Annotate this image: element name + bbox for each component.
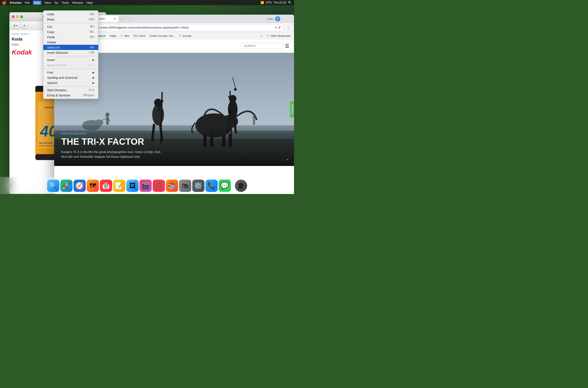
bookmark-veljko[interactable]: Veljko [108,34,118,38]
menu-item-dictation[interactable]: Start Dictation... fn fn [43,87,98,93]
svg-point-52 [234,88,237,91]
menubar-window[interactable]: Window [72,1,83,4]
insert-label: Insert [47,58,55,62]
svg-point-37 [228,100,237,119]
user-avatar[interactable]: V [275,16,280,22]
close-button[interactable] [12,15,15,18]
menu-item-copy[interactable]: Copy ⌘C [43,29,98,34]
maximize-button[interactable] [20,15,23,18]
menubar-help[interactable]: Help [86,1,92,4]
menubar-app-name[interactable]: Preview [10,1,22,4]
svg-rect-46 [106,117,109,125]
bookmark-other[interactable]: 📁 Other Bookmarks [265,34,292,38]
menu-item-select-all[interactable]: Select All ⌘A [43,45,98,50]
copy-label: Copy [47,30,54,34]
folder-icon-3: 📁 [179,34,182,37]
emoji-shortcut: ^⌘Space [82,94,94,97]
folder-icon-4: 📁 [267,34,270,37]
bookmark-ponude[interactable]: 📁 ponude [177,34,193,38]
menubar-view[interactable]: View [45,1,51,4]
svg-text:KODAK: KODAK [45,106,54,109]
menu-item-undo[interactable]: Undo ⌘Z [43,12,98,17]
menu-item-spelling[interactable]: Spelling and Grammar ▶ [43,75,98,80]
undo-label: Undo [47,12,54,16]
feedback-button[interactable]: Feedback [290,101,294,117]
dock-notes[interactable]: 📝 [113,180,125,192]
bookmark-ifc[interactable]: IFC Home [132,34,147,38]
undo-shortcut: ⌘Z [90,12,94,16]
edit-menu-dropdown: Undo ⌘Z Redo ⇧⌘Z Cut ⌘X Copy ⌘C Paste ⌘V… [43,10,98,99]
menubar-edit[interactable]: Edit [33,1,41,5]
address-bar[interactable]: Secure https://www.1843magazine.com/cont… [81,24,284,31]
dock-facetime[interactable]: 📞 [205,180,218,192]
hamburger-menu[interactable]: ☰ [285,43,289,49]
dock-launchpad[interactable]: 🚀 [60,180,72,192]
breadcrumb-home[interactable]: Home / [12,32,20,35]
dock-music[interactable]: 🎵 [153,180,165,192]
bookmark-courses[interactable]: Online Courses. Stu... [148,34,177,38]
menu-item-insert[interactable]: Insert ▶ [43,57,98,62]
menu-item-emoji[interactable]: Emoji & Symbols ^⌘Space [43,93,98,98]
svg-point-45 [105,113,110,117]
chrome-menu-button[interactable]: ⋮ [285,24,292,31]
bookmark-star[interactable]: ★ [275,26,277,29]
url-text: https://www.1843magazine.com/content/fea… [93,26,189,29]
select-all-shortcut: ⌘A [90,46,94,49]
dock-books[interactable]: 📚 [166,180,178,192]
menu-separator-2 [43,56,98,56]
menu-item-find[interactable]: Find ▶ [43,70,98,75]
menu-item-invert-selection[interactable]: Invert Selection ⇧⌘I [43,50,98,55]
hero-description: Kodak's Tri-X is the film the great phot… [61,150,167,159]
dock-maps[interactable]: 🗺 [87,180,99,192]
move-to-trash-shortcut: ⌘⌫ [88,63,94,67]
bookmark-more[interactable]: » [259,34,264,38]
redo-shortcut: ⇧⌘Z [88,18,94,21]
minimize-button[interactable] [16,15,19,18]
status-search-icon[interactable]: 🔍 [288,1,292,4]
dock-photos[interactable]: 🖼 [126,180,138,192]
zoom-button[interactable]: ⊖ [21,23,27,29]
menu-item-cut[interactable]: Cut ⌘X [43,24,98,29]
sidebar-toggle-button[interactable]: ⊞ ▾ [11,23,20,29]
spelling-submenu-arrow: ▶ [92,76,94,79]
dictation-label: Start Dictation... [47,88,69,92]
apple-menu[interactable]: 🍎 [2,0,7,5]
invert-selection-shortcut: ⇧⌘I [89,51,94,54]
menubar-go[interactable]: Go [54,1,58,4]
chrome-tab-new[interactable]: □ [119,16,133,22]
menu-item-delete[interactable]: Delete [43,40,98,45]
dock-systemprefs[interactable]: ⚙️ [192,180,204,192]
menubar-tools[interactable]: Tools [62,1,69,4]
mac-menubar: 🍎 Preview File Edit View Go Tools Window… [0,0,294,5]
cut-shortcut: ⌘X [90,25,94,28]
site-search-input[interactable] [241,43,283,49]
pinterest-icon[interactable]: 𝐏 [279,26,281,29]
dock-movies[interactable]: 🎬 [139,180,152,192]
menu-item-redo[interactable]: Redo ⇧⌘Z [43,17,98,22]
tab-close-button[interactable]: ✕ [113,17,116,21]
dock-messages[interactable]: 💬 [219,180,231,192]
svg-text:TRI-X 400 FILM: TRI-X 400 FILM [39,142,52,144]
menu-item-move-to-trash[interactable]: Move to Trash ⌘⌫ [43,62,98,68]
menu-item-paste[interactable]: Paste ⌘V [43,34,98,40]
bookmark-bibo[interactable]: 📁 bibo [119,34,131,38]
dock-appstore[interactable]: 🛍 [179,180,191,192]
spelling-label: Spelling and Grammar [47,76,78,79]
dock-finder[interactable]: 🔍 [47,180,59,192]
svg-rect-48 [253,119,255,125]
scroll-down-icon[interactable]: ⌄ [286,156,289,161]
menubar-file[interactable]: File [25,1,30,4]
menu-item-speech[interactable]: Speech ▶ [43,80,98,85]
address-url: https://www.1843magazine.com/content/fea… [93,26,189,29]
dock-calendar[interactable]: 📅 [100,180,112,192]
desktop: 📄 Screen Shot 2017-06-22 at 02.24.51 ⊞ ▾… [0,5,294,194]
chrome-user-area: Veljko V [265,15,282,23]
speech-submenu-arrow: ▶ [92,82,94,84]
move-to-trash-label: Move to Trash [47,63,67,67]
dock-trash[interactable]: 🗑 [235,180,247,192]
emoji-label: Emoji & Symbols [47,94,70,97]
redo-label: Redo [47,18,54,21]
paste-shortcut: ⌘V [90,35,94,39]
cut-label: Cut [47,25,52,28]
dock-safari[interactable]: 🧭 [73,180,86,192]
